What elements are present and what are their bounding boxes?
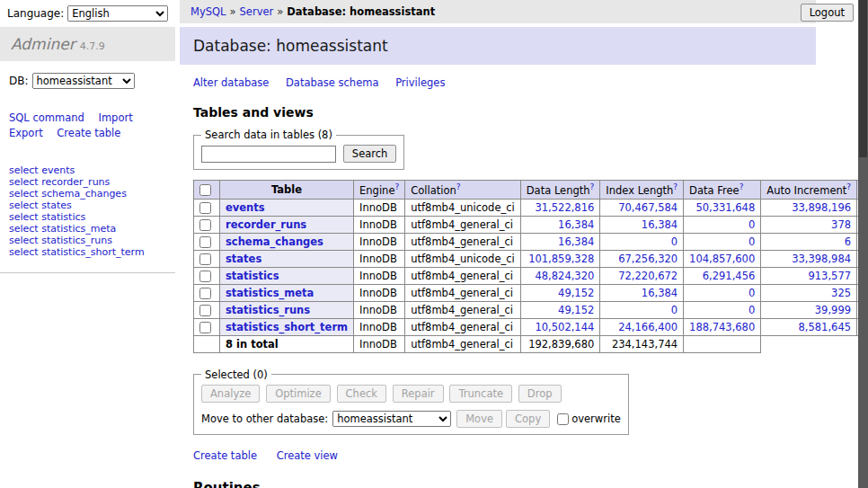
data-free-link[interactable]: 0 — [748, 304, 755, 316]
table-name-cell: statistics_runs — [220, 301, 354, 318]
database-nav-link[interactable]: Privileges — [395, 76, 445, 89]
selected-action-button[interactable]: Analyze — [201, 385, 260, 403]
row-checkbox[interactable] — [199, 236, 211, 248]
sidebar-select-table-link[interactable]: select events — [9, 164, 166, 176]
selected-action-button[interactable]: Check — [337, 385, 386, 403]
data-free-link[interactable]: 0 — [748, 218, 755, 231]
sidebar-select-table-link[interactable]: select statistics — [9, 211, 166, 223]
sidebar-action-link[interactable]: Import — [98, 111, 132, 124]
index-length-link[interactable]: 0 — [671, 304, 678, 316]
auto-increment-link[interactable]: 6 — [845, 235, 851, 248]
help-link[interactable]: ? — [394, 182, 399, 191]
search-input[interactable] — [201, 146, 336, 163]
sidebar-action-link[interactable]: SQL command — [9, 111, 84, 124]
index-length-cell: 70,467,584 — [600, 199, 684, 216]
auto-increment-link[interactable]: 39,999 — [815, 304, 851, 316]
row-checkbox[interactable] — [199, 253, 211, 265]
database-nav-link[interactable]: Alter database — [193, 76, 269, 89]
auto-increment-link[interactable]: 325 — [831, 287, 851, 299]
table-name-link[interactable]: statistics_meta — [226, 287, 314, 299]
breadcrumb-separator: » — [230, 5, 236, 18]
data-free-link[interactable]: 188,743,680 — [689, 321, 755, 333]
index-length-link[interactable]: 0 — [671, 235, 678, 248]
index-length-link[interactable]: 16,384 — [642, 218, 678, 231]
table-name-link[interactable]: statistics_runs — [226, 304, 310, 316]
overwrite-checkbox[interactable] — [557, 413, 569, 425]
auto-increment-link[interactable]: 913,577 — [808, 270, 851, 282]
help-link[interactable]: ? — [590, 182, 595, 191]
sidebar-select-table-link[interactable]: select recorder_runs — [9, 176, 166, 188]
selected-action-button[interactable]: Repair — [393, 385, 444, 403]
sidebar-action-link[interactable]: Create table — [57, 127, 120, 139]
select-all-checkbox[interactable] — [199, 184, 211, 196]
breadcrumb-server-link[interactable]: Server — [240, 5, 274, 18]
table-name-link[interactable]: statistics — [226, 270, 279, 282]
index-length-link[interactable]: 70,467,584 — [618, 201, 678, 214]
selected-action-button[interactable]: Drop — [518, 385, 562, 403]
table-column-header: Table — [220, 181, 354, 200]
data-length-link[interactable]: 49,152 — [558, 287, 594, 299]
data-free-link[interactable]: 0 — [748, 235, 755, 248]
logout-button[interactable]: Logout — [801, 4, 854, 22]
move-button[interactable]: Move — [456, 410, 502, 428]
sidebar-select-table-link[interactable]: select states — [9, 200, 166, 211]
db-select[interactable]: homeassistant — [32, 73, 135, 89]
search-button[interactable]: Search — [343, 145, 397, 163]
table-name-link[interactable]: schema_changes — [226, 235, 323, 248]
copy-button[interactable]: Copy — [506, 410, 550, 428]
help-link[interactable]: ? — [846, 182, 851, 191]
index-length-link[interactable]: 16,384 — [642, 287, 678, 299]
selected-action-button[interactable]: Truncate — [449, 385, 512, 403]
index-length-link[interactable]: 24,166,400 — [618, 321, 678, 333]
data-length-link[interactable]: 49,152 — [558, 304, 594, 316]
sidebar-select-table-link[interactable]: select statistics_meta — [9, 223, 166, 235]
data-free-link[interactable]: 50,331,648 — [695, 201, 755, 214]
table-row: statistics_short_term InnoDB utf8mb4_gen… — [194, 318, 868, 335]
data-free-link[interactable]: 0 — [748, 287, 755, 299]
data-length-link[interactable]: 10,502,144 — [535, 321, 594, 333]
help-link[interactable]: ? — [456, 182, 461, 191]
sidebar-select-table-link[interactable]: select statistics_runs — [9, 235, 166, 246]
move-db-select[interactable]: homeassistant — [332, 411, 451, 427]
data-length-link[interactable]: 48,824,320 — [535, 270, 594, 282]
data-free-link[interactable]: 6,291,456 — [703, 270, 756, 282]
data-length-cell: 48,824,320 — [520, 267, 600, 284]
database-nav-links: Alter database Database schema Privilege… — [193, 76, 802, 89]
table-name-link[interactable]: recorder_runs — [226, 218, 306, 231]
index-length-link[interactable]: 67,256,320 — [618, 253, 678, 265]
create-link[interactable]: Create table — [193, 449, 257, 462]
index-length-link[interactable]: 72,220,672 — [618, 270, 678, 282]
data-length-link[interactable]: 16,384 — [558, 218, 594, 231]
sidebar-select-table-link[interactable]: select statistics_short_term — [9, 246, 166, 258]
auto-increment-cell: 39,999 — [761, 301, 857, 318]
language-select[interactable]: English — [67, 5, 168, 22]
help-link[interactable]: ? — [740, 182, 744, 191]
data-length-link[interactable]: 16,384 — [558, 235, 594, 248]
sidebar-select-table-link[interactable]: select schema_changes — [9, 188, 166, 200]
row-checkbox[interactable] — [199, 219, 211, 231]
help-link[interactable]: ? — [673, 182, 678, 191]
sidebar-action-link[interactable]: Export — [9, 127, 43, 139]
scrollbar-thumb[interactable] — [859, 0, 867, 157]
breadcrumb-mysql-link[interactable]: MySQL — [190, 5, 226, 18]
row-checkbox[interactable] — [199, 288, 211, 299]
data-free-link[interactable]: 104,857,600 — [689, 253, 755, 265]
db-selector-row: DB: homeassistant — [0, 61, 175, 89]
table-name-link[interactable]: statistics_short_term — [226, 321, 348, 333]
auto-increment-link[interactable]: 8,581,645 — [799, 321, 852, 333]
database-nav-link[interactable]: Database schema — [286, 76, 378, 89]
auto-increment-link[interactable]: 33,898,196 — [792, 201, 851, 214]
scrollbar[interactable] — [858, 0, 868, 488]
create-link[interactable]: Create view — [277, 449, 338, 462]
auto-increment-link[interactable]: 378 — [831, 218, 851, 231]
table-name-link[interactable]: events — [226, 201, 265, 214]
auto-increment-link[interactable]: 33,398,984 — [792, 253, 851, 265]
data-length-link[interactable]: 31,522,816 — [535, 201, 594, 214]
selected-action-button[interactable]: Optimize — [266, 385, 331, 403]
row-checkbox[interactable] — [199, 202, 211, 214]
data-length-link[interactable]: 101,859,328 — [528, 253, 594, 265]
row-checkbox[interactable] — [199, 271, 211, 282]
table-name-link[interactable]: states — [226, 253, 261, 265]
row-checkbox[interactable] — [199, 305, 211, 316]
row-checkbox[interactable] — [199, 322, 211, 333]
